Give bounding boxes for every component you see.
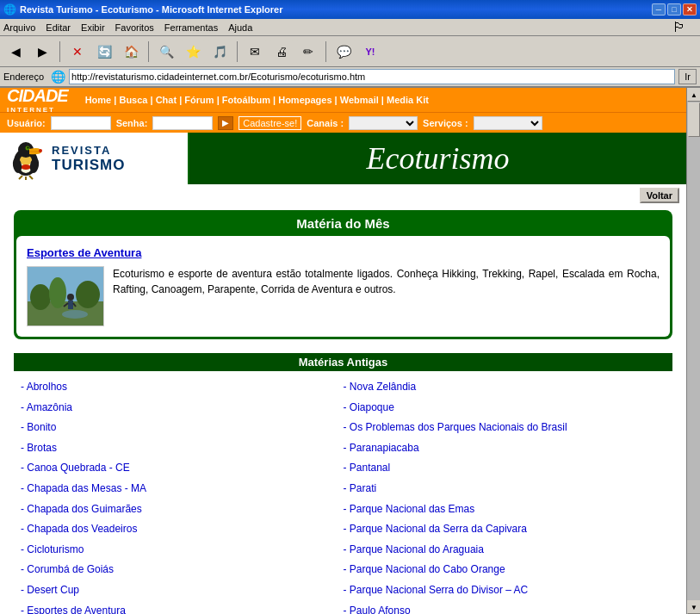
materia-item[interactable]: - Nova Zelândia (344, 378, 666, 397)
article-title[interactable]: Esportes de Aventura (27, 246, 660, 259)
canais-label: Canais : (307, 118, 344, 128)
favorites-button[interactable]: ⭐ (181, 40, 205, 64)
address-label: Endereço (3, 71, 44, 82)
article-image-svg (28, 267, 104, 326)
canais-select[interactable] (349, 116, 418, 130)
search-button[interactable]: 🔍 (154, 40, 178, 64)
window-ie-icon: 🌐 (3, 3, 16, 16)
windows-flag-icon: 🏳 (672, 20, 686, 35)
materia-item[interactable]: - Parque Nacional Serra do Divisor – AC (344, 581, 666, 600)
materia-item[interactable]: - Abrolhos (21, 378, 344, 397)
cidade-subtitle: INTERNET (7, 106, 68, 114)
materia-item[interactable]: - Parque Nacional da Serra da Capivara (344, 520, 666, 539)
materia-item[interactable]: - Chapada dos Guimarães (21, 500, 344, 519)
article-content: Ecoturismo e esporte de aventura estão t… (27, 266, 660, 326)
materia-item[interactable]: - Parque Nacional do Cabo Orange (344, 561, 666, 580)
back-button[interactable]: ◀ (3, 40, 28, 64)
login-go-button[interactable]: ▶ (218, 116, 233, 130)
nav-forum[interactable]: Fórum (184, 95, 214, 105)
yahoo-button[interactable]: Y! (358, 40, 382, 64)
scroll-down-button[interactable]: ▼ (687, 600, 700, 614)
mail-button[interactable]: ✉ (243, 40, 267, 64)
materias-antigas-header: Matérias Antigas (14, 353, 672, 371)
nav-webmail[interactable]: Webmail (340, 95, 379, 105)
nav-chat[interactable]: Chat (156, 95, 177, 105)
revista-text-block: REVISTA TURISMO (52, 144, 125, 174)
materia-item[interactable]: - Parque Nacional das Emas (344, 500, 666, 519)
usuario-input[interactable] (51, 116, 111, 130)
cadastre-link[interactable]: Cadastre-se! (238, 116, 301, 130)
materia-item[interactable]: - Chapada das Mesas - MA (21, 480, 344, 499)
logo-area: REVISTA TURISMO Ecoturismo (0, 133, 686, 184)
materia-item[interactable]: - Parque Nacional do Araguaia (344, 541, 666, 560)
forward-button[interactable]: ▶ (30, 40, 54, 64)
page-icon: 🌐 (51, 70, 65, 84)
login-bar: Usuário: Senha: ▶ Cadastre-se! Canais : … (0, 112, 686, 133)
refresh-button[interactable]: 🔄 (92, 40, 116, 64)
senha-label: Senha: (116, 118, 148, 128)
materia-item[interactable]: - Desert Cup (21, 581, 344, 600)
materia-item[interactable]: - Oiapoque (344, 399, 666, 418)
materia-mes-box: Matéria do Mês Esportes de Aventura (14, 210, 672, 339)
toucan-icon (3, 136, 48, 181)
forward-icon: ▶ (38, 45, 47, 59)
menu-editar[interactable]: Editar (46, 22, 71, 33)
menu-ajuda[interactable]: Ajuda (228, 22, 252, 33)
materia-item[interactable]: - Paranapiacaba (344, 439, 666, 458)
servicos-select[interactable] (474, 116, 542, 130)
media-button[interactable]: 🎵 (208, 40, 232, 64)
materia-item[interactable]: - Brotas (21, 439, 344, 458)
menu-favoritos[interactable]: Favoritos (115, 22, 154, 33)
menubar: Arquivo Editar Exibir Favoritos Ferramen… (0, 19, 700, 36)
svg-point-6 (28, 147, 29, 149)
materia-item[interactable]: - Chapada dos Veadeiros (21, 520, 344, 539)
menu-ferramentas[interactable]: Ferramentas (164, 22, 218, 33)
nav-fotoalbum[interactable]: Fotoálbum (222, 95, 270, 105)
toolbar-separator-4 (325, 41, 326, 62)
senha-input[interactable] (152, 116, 213, 130)
materia-mes-title: Matéria do Mês (16, 213, 670, 236)
media-icon: 🎵 (213, 45, 227, 59)
nav-mediakit[interactable]: Media Kit (387, 95, 429, 105)
maximize-button[interactable]: □ (667, 3, 681, 16)
materia-item[interactable]: - Pantanal (344, 459, 666, 478)
materia-item[interactable]: - Cicloturismo (21, 541, 344, 560)
minimize-button[interactable]: ─ (652, 3, 666, 16)
materia-item[interactable]: - Esportes de Aventura (21, 602, 344, 614)
materia-item[interactable]: - Canoa Quebrada - CE (21, 459, 344, 478)
nav-busca[interactable]: Busca (119, 95, 147, 105)
svg-point-17 (76, 281, 100, 308)
edit-button[interactable]: ✏ (296, 40, 320, 64)
home-button[interactable]: 🏠 (119, 40, 143, 64)
go-button[interactable]: Ir (678, 69, 697, 84)
scroll-up-button[interactable]: ▲ (687, 88, 700, 102)
nav-home[interactable]: Home (85, 95, 112, 105)
voltar-button[interactable]: Voltar (640, 188, 679, 203)
materia-item[interactable]: - Paulo Afonso (344, 602, 666, 614)
toolbar-separator-3 (237, 41, 238, 62)
stop-icon: ✕ (72, 45, 83, 59)
scroll-thumb[interactable] (688, 102, 700, 137)
cidade-logo-block: CIDADE INTERNET (7, 88, 68, 114)
article-text: Ecoturismo e esporte de aventura estão t… (113, 266, 660, 326)
svg-point-18 (67, 294, 74, 301)
print-button[interactable]: 🖨 (269, 40, 294, 64)
materia-item[interactable]: - Parati (344, 480, 666, 499)
messenger-button[interactable]: 💬 (331, 40, 356, 64)
menu-exibir[interactable]: Exibir (81, 22, 105, 33)
nav-homepages[interactable]: Homepages (278, 95, 331, 105)
menu-arquivo[interactable]: Arquivo (3, 22, 35, 33)
svg-point-16 (49, 277, 66, 308)
materia-item[interactable]: - Os Problemas dos Parques Nacionais do … (344, 419, 666, 437)
yahoo-icon: Y! (366, 47, 375, 57)
cidade-logo-text: CIDADE (7, 88, 68, 106)
toolbar: ◀ ▶ ✕ 🔄 🏠 🔍 ⭐ 🎵 ✉ 🖨 ✏ 💬 Y! (0, 36, 700, 67)
address-input[interactable] (69, 69, 675, 84)
usuario-label: Usuário: (7, 118, 46, 128)
materia-item[interactable]: - Amazônia (21, 399, 344, 418)
close-button[interactable]: ✕ (683, 3, 697, 16)
stop-button[interactable]: ✕ (65, 40, 90, 64)
materia-item[interactable]: - Corumbá de Goiás (21, 561, 344, 580)
materia-item[interactable]: - Bonito (21, 419, 344, 437)
svg-point-22 (62, 310, 88, 319)
